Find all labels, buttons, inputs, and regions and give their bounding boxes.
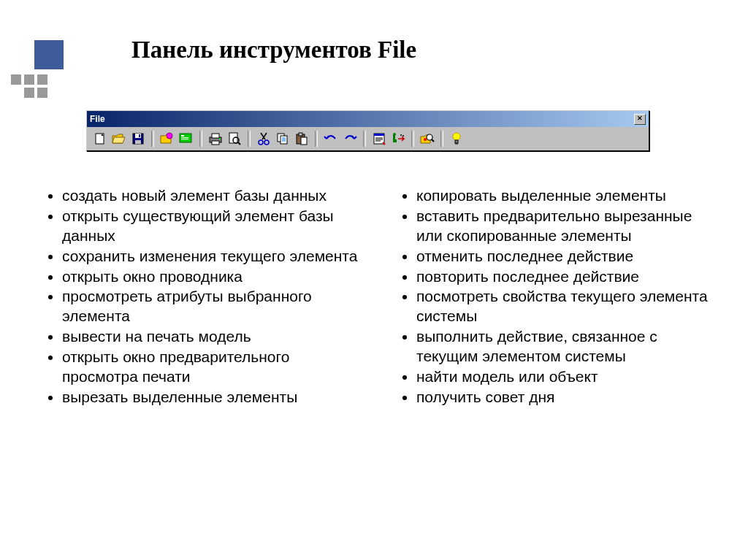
open-button[interactable] [110,130,128,147]
print-icon [208,132,223,145]
svg-point-13 [219,138,221,139]
left-column: создать новый элемент базы данных открыт… [33,186,358,408]
save-icon [131,132,145,145]
attributes-button[interactable] [178,130,195,147]
svg-line-38 [432,139,434,142]
svg-rect-12 [212,141,219,145]
list-item: создать новый элемент базы данных [62,186,358,206]
print-preview-button[interactable] [226,130,243,147]
svg-rect-11 [212,134,219,138]
attributes-icon [179,133,194,145]
action-icon [391,132,405,145]
svg-point-19 [259,140,263,145]
save-button[interactable] [129,130,147,147]
page-title: Панель инструментов File [131,37,416,64]
svg-point-40 [453,133,460,140]
separator [363,131,366,147]
list-item: повторить последнее действие [416,267,712,287]
svg-rect-4 [139,134,140,137]
svg-rect-41 [455,140,458,143]
content-columns: создать новый элемент базы данных открыт… [33,186,720,408]
list-item: получить совет дня [416,388,712,407]
redo-icon [343,134,357,144]
right-list: копировать выделенные элементы вставить … [387,186,712,407]
svg-point-35 [400,134,402,136]
list-item: вывести на печать модель [62,327,358,347]
toolbar-row [87,127,649,150]
left-list: создать новый элемент базы данных открыт… [33,186,358,407]
toolbar-title: File [90,114,105,124]
list-item: открыть окно предварительного просмотра … [62,348,358,387]
list-item: вставить предварительно вырезанные или с… [416,207,712,246]
list-item: отменить последнее действие [416,247,712,266]
separator [411,131,414,147]
list-item: открыть существующий элемент базы данных [62,207,358,246]
svg-rect-28 [301,137,307,145]
svg-point-39 [424,138,427,141]
undo-button[interactable] [322,130,340,147]
svg-point-34 [393,133,396,136]
svg-rect-8 [181,137,188,138]
find-icon [420,132,435,145]
print-button[interactable] [207,130,224,147]
new-icon [94,132,107,145]
lightbulb-icon [451,132,462,145]
list-item: найти модель или объект [416,367,712,387]
list-item: выполнить действие, связанное с текущим … [416,327,712,367]
separator [440,131,443,147]
list-item: просмотреть атрибуты выбранного элемента [62,287,358,326]
svg-rect-3 [135,140,141,144]
cut-button[interactable] [255,130,272,147]
new-button[interactable] [91,130,109,147]
explorer-icon [160,132,175,145]
properties-button[interactable] [370,130,388,147]
copy-button[interactable] [274,130,291,147]
redo-button[interactable] [341,130,359,147]
list-item: копировать выделенные элементы [416,186,712,206]
separator [151,131,154,147]
svg-rect-30 [374,134,384,136]
separator [248,131,251,147]
separator [315,131,318,147]
action-button[interactable] [389,130,407,147]
svg-line-16 [238,142,240,145]
undo-icon [324,134,338,144]
copy-icon [276,132,289,145]
svg-rect-27 [299,133,302,136]
list-item: открыть окно проводника [62,267,358,287]
right-column: копировать выделенные элементы вставить … [387,186,712,408]
print-preview-icon [228,132,241,145]
svg-point-36 [402,135,404,137]
svg-rect-9 [181,139,188,139]
open-icon [112,132,126,145]
close-button[interactable]: ✕ [634,114,646,125]
file-toolbar-window: File ✕ [86,110,649,151]
paste-icon [295,132,308,145]
svg-rect-7 [181,135,184,137]
separator [199,131,202,147]
list-item: вырезать выделенные элементы [62,388,358,407]
toolbar-titlebar: File ✕ [87,111,649,127]
list-item: посмотреть свойства текущего элемента си… [416,287,712,326]
paste-button[interactable] [293,130,310,147]
svg-point-37 [427,134,432,140]
explorer-button[interactable] [159,130,176,147]
tip-button[interactable] [448,130,465,147]
properties-icon [373,132,386,145]
list-item: сохранить изменения текущего элемента [62,247,358,266]
svg-point-5 [167,133,172,139]
cut-icon [258,132,270,145]
svg-point-20 [264,140,269,145]
find-button[interactable] [419,130,436,147]
